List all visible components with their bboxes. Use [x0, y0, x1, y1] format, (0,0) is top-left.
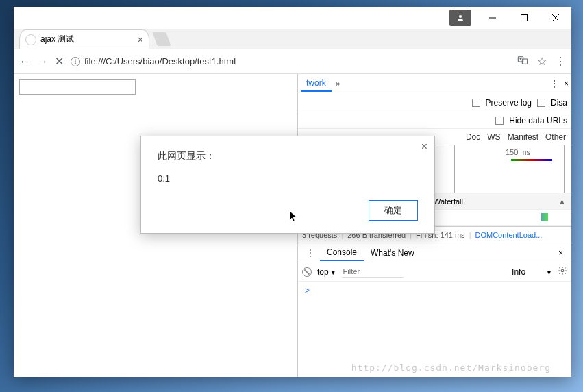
dialog-title: 此网页显示：: [158, 150, 418, 162]
timeline-tick: 150 ms: [506, 148, 530, 156]
timeline-bar: [511, 159, 552, 161]
disable-cache-label: Disa: [551, 98, 567, 108]
user-icon[interactable]: [449, 10, 471, 26]
browser-menu-icon[interactable]: ⋮: [555, 55, 566, 68]
hide-data-urls-label: Hide data URLs: [509, 116, 567, 125]
omnibox[interactable]: i file:///C:/Users/biao/Desktop/test1.ht…: [71, 56, 510, 66]
console-settings-icon[interactable]: [558, 266, 567, 278]
minimize-button[interactable]: [477, 7, 508, 29]
timeline-gridline: [454, 145, 455, 193]
site-info-icon[interactable]: i: [71, 57, 80, 66]
drawer-tabs: ⋮ Console What's New ×: [298, 243, 571, 262]
console-context[interactable]: top▼: [317, 267, 336, 277]
devtools-tab-network[interactable]: twork: [301, 75, 332, 92]
url-text: file:///C:/Users/biao/Desktop/test1.html: [84, 56, 236, 66]
drawer-close-button[interactable]: ×: [553, 248, 569, 258]
favicon-icon: [25, 34, 36, 45]
hide-urls-row: Hide data URLs: [298, 112, 571, 129]
content-area: twork » ⋮ × Preserve log Disa Hide data …: [14, 74, 571, 377]
type-ws[interactable]: WS: [487, 132, 500, 142]
drawer-tab-console[interactable]: Console: [320, 245, 364, 261]
browser-tab[interactable]: ajax 测试 ×: [19, 29, 149, 49]
drawer-tab-whatsnew[interactable]: What's New: [364, 245, 421, 260]
preserve-log-checkbox[interactable]: [472, 99, 480, 107]
translate-icon[interactable]: [517, 55, 529, 69]
devtools-tabs: twork » ⋮ ×: [298, 74, 571, 93]
bookmark-star-icon[interactable]: ☆: [537, 55, 547, 68]
window-titlebar: [14, 7, 571, 29]
watermark-text: http://blog.csdn.net/Marksinoberg: [351, 363, 551, 373]
sort-arrow-icon: ▲: [558, 197, 566, 206]
col-waterfall[interactable]: Waterfall: [431, 197, 571, 206]
javascript-alert-dialog: × 此网页显示： 0:1 确定: [140, 136, 435, 234]
page-text-input[interactable]: [19, 79, 136, 95]
console-level[interactable]: Info▼: [512, 267, 552, 277]
console-toolbar: top▼ Info▼: [298, 262, 571, 282]
tab-close-button[interactable]: ×: [138, 34, 143, 45]
network-toolbar: Preserve log Disa: [298, 93, 571, 112]
tabs-overflow-icon[interactable]: »: [333, 79, 343, 88]
disable-cache-checkbox[interactable]: [537, 99, 545, 107]
dialog-message: 0:1: [158, 173, 418, 184]
browser-window: ajax 测试 × ← → ✕ i file:///C:/Users/biao/…: [14, 7, 571, 377]
back-button[interactable]: ←: [19, 56, 30, 68]
dialog-ok-button[interactable]: 确定: [369, 200, 418, 221]
address-bar: ← → ✕ i file:///C:/Users/biao/Desktop/te…: [14, 49, 571, 74]
timeline-gridline: [564, 145, 565, 193]
stop-button[interactable]: ✕: [55, 55, 64, 68]
mouse-cursor-icon: [289, 210, 299, 225]
console-prompt: >: [305, 286, 310, 295]
new-tab-button[interactable]: [152, 32, 171, 46]
type-doc[interactable]: Doc: [466, 132, 480, 142]
window-close-button[interactable]: [540, 7, 571, 29]
maximize-button[interactable]: [508, 7, 540, 29]
status-dcl: DOMContentLoad...: [475, 231, 542, 239]
hide-data-urls-checkbox[interactable]: [495, 117, 504, 125]
drawer-menu-icon[interactable]: ⋮: [301, 248, 320, 258]
clear-console-icon[interactable]: [302, 267, 312, 277]
devtools-close-button[interactable]: ×: [564, 79, 569, 88]
request-waterfall: [431, 213, 571, 223]
tab-title: ajax 测试: [40, 34, 74, 45]
type-manifest[interactable]: Manifest: [508, 132, 538, 142]
tab-strip: ajax 测试 ×: [14, 29, 571, 49]
preserve-log-label: Preserve log: [486, 98, 532, 108]
dialog-close-button[interactable]: ×: [421, 140, 427, 153]
svg-point-0: [459, 15, 462, 18]
type-other[interactable]: Other: [545, 132, 566, 142]
devtools-menu-icon[interactable]: ⋮: [550, 79, 558, 88]
forward-button: →: [37, 56, 48, 68]
svg-rect-2: [521, 15, 528, 21]
svg-point-7: [561, 269, 564, 272]
console-filter-input[interactable]: [342, 266, 404, 278]
